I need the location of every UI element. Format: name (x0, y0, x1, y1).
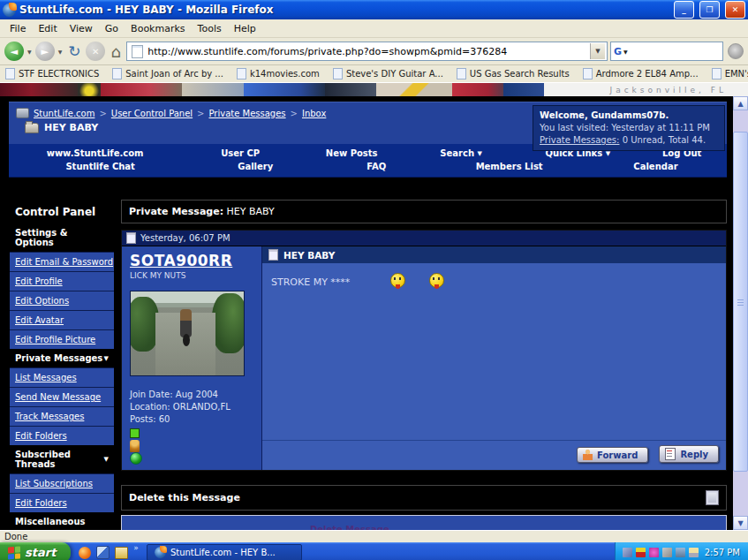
forward-icon (583, 450, 593, 460)
back-button[interactable]: ◄ (4, 42, 24, 61)
start-button[interactable]: start (0, 542, 71, 560)
delete-message-header: Delete this Message (121, 485, 727, 511)
breadcrumb-band: StuntLife.com > User Control Panel > Pri… (9, 102, 727, 144)
navigation-toolbar: ◄ ▼ ► ▼ ↻ ✕ ⌂ ▼ G ▼ (0, 38, 748, 65)
tray-icon-2[interactable] (636, 548, 646, 557)
pm-page-header: Private Message: HEY BABY (121, 200, 727, 223)
sidebar-section-miscellaneous[interactable]: Miscellaneous (10, 512, 114, 530)
stop-button[interactable]: ✕ (86, 42, 105, 61)
back-dropdown-icon[interactable]: ▼ (26, 49, 33, 55)
tray-icon-5[interactable] (676, 548, 685, 557)
quick-launch-show-desktop-icon[interactable] (115, 547, 128, 559)
collapse-icon[interactable] (706, 490, 719, 505)
sidebar-item-edit-folders[interactable]: Edit Folders (10, 426, 114, 445)
nav-user-cp[interactable]: User CP (181, 147, 299, 160)
username-link[interactable]: SOTA900RR (130, 252, 253, 269)
close-button[interactable]: ✕ (725, 1, 745, 19)
sidebar-title: Control Panel (10, 201, 114, 223)
private-messages-link[interactable]: Private Messages: (540, 135, 619, 145)
tray-icon-3[interactable] (649, 548, 659, 557)
window-title: StuntLife.com - HEY BABY - Mozilla Firef… (19, 4, 669, 16)
breadcrumb-link-pm[interactable]: Private Messages (209, 109, 286, 118)
nav-new-posts[interactable]: New Posts (299, 147, 404, 160)
forward-button[interactable]: ► (35, 42, 55, 61)
home-button[interactable]: ⌂ (108, 42, 124, 61)
user-title: LICK MY NUTS (130, 271, 253, 280)
delete-message-panel: Delete Message To delete this message, c… (121, 515, 727, 530)
tray-icon-4[interactable] (662, 548, 672, 557)
nav-faq[interactable]: FAQ (319, 160, 434, 173)
scrollbar-thumb[interactable] (733, 132, 748, 472)
nav-calendar[interactable]: Calendar (585, 160, 727, 173)
restore-button[interactable]: ❐ (699, 1, 720, 19)
message-title-bar: HEY BABY (262, 246, 726, 263)
sidebar-item-edit-profile-picture[interactable]: Edit Profile Picture (10, 329, 114, 349)
bookmark-icon (333, 68, 343, 79)
bookmark-item[interactable]: US Gas Search Results (457, 68, 570, 79)
sidebar-item-edit-avatar[interactable]: Edit Avatar (10, 310, 114, 329)
nav-gallery[interactable]: Gallery (192, 160, 319, 173)
reload-button[interactable]: ↻ (65, 42, 83, 61)
pm-header-title: HEY BABY (227, 206, 275, 217)
breadcrumb-link-usercp[interactable]: User Control Panel (111, 109, 193, 118)
taskbar: start » StuntLife.com - HEY B... 2:57 PM (0, 542, 748, 560)
bookmark-icon (457, 68, 466, 79)
breadcrumb-sep: > (197, 109, 204, 118)
forward-dropdown-icon[interactable]: ▼ (57, 49, 64, 55)
window-titlebar[interactable]: StuntLife.com - HEY BABY - Mozilla Firef… (0, 0, 748, 19)
sidebar-item-edit-profile[interactable]: Edit Profile (10, 271, 114, 291)
nav-chat[interactable]: Stuntlife Chat (9, 160, 192, 173)
breadcrumb-link-home[interactable]: StuntLife.com (34, 109, 94, 118)
sidebar-item-edit-folders-2[interactable]: Edit Folders (10, 493, 114, 512)
search-engine-icon[interactable]: G (614, 46, 622, 57)
sidebar-item-edit-options[interactable]: Edit Options (10, 291, 114, 310)
vertical-scrollbar[interactable]: ▲ ▼ (733, 96, 748, 530)
menu-file[interactable]: File (4, 21, 32, 36)
address-bar[interactable]: ▼ (126, 42, 608, 61)
bookmark-item[interactable]: k14movies.com (237, 68, 320, 79)
scroll-down-icon[interactable]: ▼ (733, 516, 748, 530)
bookmark-item[interactable]: Steve's DIY Guitar A... (333, 68, 443, 79)
sidebar-item-track-messages[interactable]: Track Messages (10, 406, 114, 426)
menu-bookmarks[interactable]: Bookmarks (125, 21, 191, 36)
sidebar-item-edit-email-password[interactable]: Edit Email & Password (10, 252, 114, 271)
url-dropdown-icon[interactable]: ▼ (590, 43, 605, 59)
search-box[interactable]: G ▼ (610, 42, 723, 61)
menu-go[interactable]: Go (99, 21, 125, 36)
search-engine-caret-icon[interactable]: ▼ (623, 49, 628, 55)
nav-members-list[interactable]: Members List (434, 160, 585, 173)
scroll-up-icon[interactable]: ▲ (733, 96, 748, 110)
quick-launch-overflow-icon[interactable]: » (133, 542, 139, 552)
bookmark-item[interactable]: EMN's AX84 Page (712, 68, 748, 79)
minimize-button[interactable]: _ (674, 1, 694, 19)
tray-icon-6[interactable] (689, 548, 699, 557)
bookmark-item[interactable]: STF ELECTRONICS (5, 68, 99, 79)
sidebar-section-settings[interactable]: Settings & Options (10, 223, 114, 252)
quick-launch-firefox-icon[interactable] (79, 547, 91, 559)
menu-tools[interactable]: Tools (192, 21, 228, 36)
sidebar-section-subscribed-threads[interactable]: Subscribed Threads▼ (10, 445, 114, 473)
taskbar-window-button[interactable]: StuntLife.com - HEY B... (147, 544, 302, 560)
status-bar: Done (0, 530, 748, 542)
reputation-icon (130, 428, 140, 438)
sidebar-item-list-subscriptions[interactable]: List Subscriptions (10, 473, 114, 493)
menu-view[interactable]: View (64, 21, 99, 36)
forward-button[interactable]: Forward (577, 447, 648, 463)
bookmark-item[interactable]: Ardmore 2 EL84 Amp... (583, 68, 699, 79)
sidebar-section-private-messages[interactable]: Private Messages▼ (10, 349, 114, 367)
bookmark-icon (712, 68, 722, 79)
reply-button[interactable]: Reply (659, 445, 719, 463)
bookmark-item[interactable]: Saint Joan of Arc by ... (112, 68, 223, 79)
welcome-box: Welcome, Gundamms07b. You last visited: … (533, 105, 725, 151)
menu-help[interactable]: Help (228, 21, 262, 36)
nav-search[interactable]: Search ▼ (404, 147, 518, 160)
url-input[interactable] (146, 45, 590, 58)
tray-icon-1[interactable] (623, 548, 632, 557)
nav-stuntlife[interactable]: www.StuntLife.com (9, 147, 181, 160)
sidebar-item-send-new-message[interactable]: Send New Message (10, 387, 114, 406)
menu-edit[interactable]: Edit (32, 21, 63, 36)
quick-launch-app-icon[interactable] (96, 546, 110, 559)
breadcrumb-link-inbox[interactable]: Inbox (302, 109, 326, 118)
menu-bar: File Edit View Go Bookmarks Tools Help (0, 19, 748, 38)
sidebar-item-list-messages[interactable]: List Messages (10, 367, 114, 387)
